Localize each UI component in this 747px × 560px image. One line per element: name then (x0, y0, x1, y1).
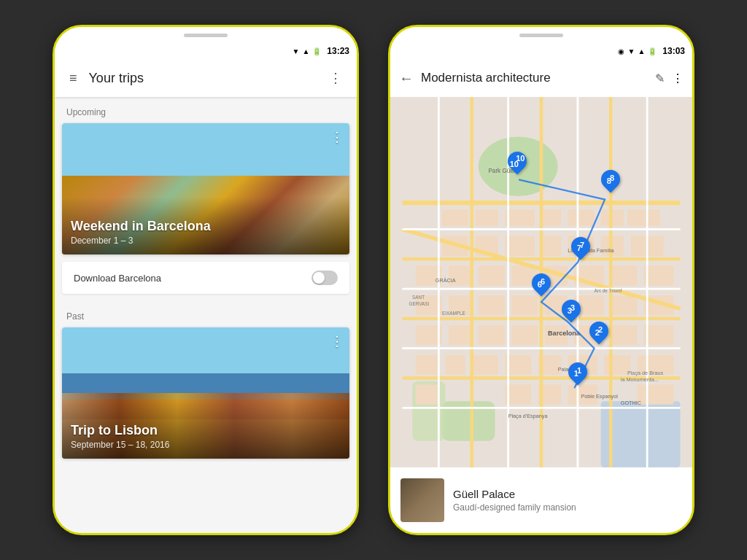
svg-rect-33 (611, 295, 637, 315)
place-description: Gaudí-designed family mansion (453, 502, 682, 513)
more-menu-icon-phone2[interactable]: ⋮ (672, 71, 684, 85)
lisbon-more-icon[interactable]: ⋮ (330, 333, 344, 349)
app-bar-phone1: ≡ Your trips ⋮ (55, 59, 357, 97)
phone-map: ◉ ▼ ▲ 🔋 13:03 ← Modernista architecture … (388, 25, 694, 535)
svg-rect-41 (611, 325, 637, 345)
marker-8[interactable]: 8 (601, 170, 620, 193)
svg-rect-15 (541, 236, 561, 256)
scroll-content: Upcoming Weekend in Barcelona December 1… (55, 97, 357, 533)
more-menu-icon-phone1[interactable]: ⋮ (323, 64, 348, 92)
marker-3[interactable]: 3 (562, 300, 581, 323)
svg-text:la Monumenta...: la Monumenta... (621, 376, 659, 383)
back-icon[interactable]: ← (399, 70, 414, 87)
svg-text:Plaça d'Espanya: Plaça d'Espanya (508, 413, 549, 419)
svg-rect-51 (416, 385, 439, 405)
lisbon-trip-title: Trip to Lisbon (71, 423, 341, 438)
screen-content-phone2: ← Modernista architecture ✎ ⋮ (390, 59, 692, 533)
svg-rect-45 (472, 355, 498, 375)
svg-text:Plaça de Braus: Plaça de Braus (627, 370, 664, 376)
svg-rect-6 (475, 209, 498, 226)
menu-icon[interactable]: ≡ (63, 65, 83, 92)
svg-rect-14 (505, 236, 535, 256)
phone-your-trips: ▼ ▲ 🔋 13:23 ≡ Your trips ⋮ Upcoming Week… (53, 25, 359, 535)
edit-icon[interactable]: ✎ (655, 71, 665, 85)
bottom-place-card[interactable]: Güell Palace Gaudí-designed family mansi… (390, 467, 692, 533)
status-time-phone2: 13:03 (662, 46, 685, 56)
svg-text:EIXAMPLE: EIXAMPLE (442, 311, 465, 316)
phone-speaker (184, 34, 228, 37)
barcelona-trip-dates: December 1 – 3 (71, 236, 341, 246)
marker-7[interactable]: 7 (571, 237, 590, 260)
svg-text:Poble Espanyol: Poble Espanyol (581, 393, 618, 400)
svg-rect-55 (638, 385, 674, 405)
svg-rect-38 (511, 325, 538, 345)
phone-top-bar-2 (390, 27, 692, 43)
marker-2[interactable]: 2 (589, 322, 608, 345)
download-toggle[interactable] (311, 271, 338, 285)
phone-top-bar (55, 27, 357, 43)
map-title: Modernista architecture (421, 71, 648, 85)
svg-rect-30 (511, 295, 538, 315)
svg-text:GRÀCIA: GRÀCIA (436, 277, 456, 284)
svg-rect-49 (604, 355, 630, 375)
svg-rect-8 (541, 209, 561, 226)
svg-rect-43 (416, 355, 439, 375)
battery-icon: 🔋 (312, 47, 321, 55)
screen-content-phone1: ≡ Your trips ⋮ Upcoming Weekend in Barce… (55, 59, 357, 533)
svg-rect-42 (644, 325, 674, 345)
app-title-phone1: Your trips (89, 71, 323, 86)
svg-rect-4 (601, 401, 681, 467)
download-label: Download Barcelona (74, 273, 311, 284)
svg-text:GERVASI: GERVASI (409, 301, 430, 306)
past-label: Past (55, 301, 357, 327)
status-time-phone1: 13:23 (327, 46, 349, 56)
signal-icon-2: ▲ (638, 47, 645, 55)
lisbon-trip-image: Trip to Lisbon September 15 – 18, 2016 ⋮ (62, 327, 349, 459)
phone-speaker-2 (519, 34, 563, 37)
map-background: Park Güell La Sagrada Família GRÀCIA Bar… (390, 97, 692, 467)
svg-rect-9 (568, 209, 594, 226)
wifi-icon-2: ▼ (627, 47, 635, 55)
svg-rect-25 (611, 265, 637, 285)
barcelona-trip-card[interactable]: Weekend in Barcelona December 1 – 3 ⋮ (62, 123, 349, 254)
wifi-icon: ▼ (292, 47, 299, 55)
svg-rect-11 (627, 209, 660, 226)
svg-text:GOTHIC: GOTHIC (621, 400, 641, 406)
place-name: Güell Palace (453, 488, 682, 500)
place-thumb-img (400, 478, 444, 522)
battery-icon-2: 🔋 (648, 47, 657, 55)
signal-icon: ▲ (302, 47, 309, 55)
barcelona-more-icon[interactable]: ⋮ (330, 129, 344, 145)
barcelona-card-overlay: Weekend in Barcelona December 1 – 3 (62, 197, 349, 254)
place-thumbnail (400, 478, 444, 522)
marker-1[interactable]: 1 (568, 362, 587, 386)
barcelona-trip-image: Weekend in Barcelona December 1 – 3 ⋮ (62, 123, 349, 254)
place-card-text: Güell Palace Gaudí-designed family mansi… (453, 488, 682, 513)
lisbon-card-overlay: Trip to Lisbon September 15 – 18, 2016 (62, 401, 349, 459)
svg-rect-26 (644, 265, 674, 285)
svg-rect-29 (479, 295, 505, 315)
upcoming-label: Upcoming (55, 97, 357, 123)
marker-10[interactable]: 10 (508, 152, 527, 175)
location-icon: ◉ (618, 47, 624, 55)
svg-rect-7 (505, 209, 535, 226)
map-app-bar: ← Modernista architecture ✎ ⋮ (390, 59, 692, 97)
barcelona-trip-title: Weekend in Barcelona (71, 219, 341, 234)
svg-rect-21 (479, 265, 505, 285)
lisbon-trip-card[interactable]: Trip to Lisbon September 15 – 18, 2016 ⋮ (62, 327, 349, 459)
svg-rect-37 (479, 325, 505, 345)
svg-text:SANT: SANT (412, 295, 425, 300)
svg-rect-44 (445, 355, 465, 375)
map-container[interactable]: Park Güell La Sagrada Família GRÀCIA Bar… (390, 97, 692, 467)
svg-text:Arc de Triomf: Arc de Triomf (595, 288, 622, 293)
status-bar-phone1: ▼ ▲ 🔋 13:23 (55, 43, 357, 59)
svg-rect-5 (442, 209, 468, 226)
svg-rect-36 (449, 325, 472, 345)
download-row: Download Barcelona (62, 262, 349, 294)
lisbon-trip-dates: September 15 – 18, 2016 (71, 440, 341, 450)
status-bar-phone2: ◉ ▼ ▲ 🔋 13:03 (390, 43, 692, 59)
marker-6[interactable]: 6 (532, 273, 551, 297)
